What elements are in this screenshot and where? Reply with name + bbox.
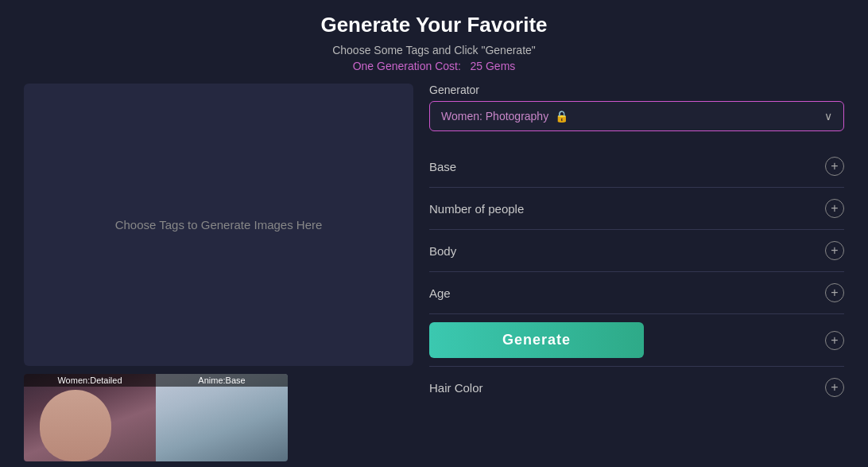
thumbnail-row: Women:Detailed Anime:Base: [24, 374, 288, 461]
section-base[interactable]: Base +: [429, 146, 844, 188]
thumbnail-women[interactable]: Women:Detailed: [24, 374, 156, 461]
section-body[interactable]: Body +: [429, 230, 844, 272]
generation-cost: One Generation Cost: 25 Gems: [353, 60, 516, 72]
plus-icon-base: +: [825, 157, 844, 176]
main-content: Choose Tags to Generate Images Here Wome…: [0, 84, 868, 467]
generate-row: Generate +: [429, 314, 844, 367]
section-age-label: Age: [429, 286, 451, 300]
page-title: Generate Your Favorite: [320, 13, 547, 37]
generate-button[interactable]: Generate: [429, 322, 644, 358]
lock-icon: 🔒: [555, 110, 568, 123]
thumbnail-anime[interactable]: Anime:Base: [156, 374, 288, 461]
right-panel: Generator Women: Photography 🔒 ∨ Base + …: [429, 84, 844, 467]
image-area: Choose Tags to Generate Images Here: [24, 84, 413, 366]
cost-label: One Generation Cost:: [353, 60, 461, 72]
section-age[interactable]: Age +: [429, 272, 844, 314]
generator-select-left: Women: Photography 🔒: [441, 110, 568, 123]
section-number-label: Number of people: [429, 202, 524, 216]
thumbnail-women-label: Women:Detailed: [24, 374, 156, 387]
plus-icon-generate: +: [825, 331, 844, 350]
section-hair-color[interactable]: Hair Color +: [429, 367, 844, 408]
cost-value: 25 Gems: [471, 60, 516, 72]
page-subtitle: Choose Some Tags and Click "Generate": [332, 44, 536, 56]
plus-icon-age: +: [825, 283, 844, 302]
image-placeholder-text: Choose Tags to Generate Images Here: [115, 218, 323, 232]
thumbnail-anime-label: Anime:Base: [156, 374, 288, 387]
left-panel: Choose Tags to Generate Images Here Wome…: [24, 84, 413, 467]
plus-icon-hair: +: [825, 378, 844, 397]
section-hair-label: Hair Color: [429, 381, 483, 395]
generator-value: Women: Photography: [441, 110, 548, 123]
plus-icon-number: +: [825, 199, 844, 218]
chevron-down-icon: ∨: [824, 110, 832, 123]
section-number-of-people[interactable]: Number of people +: [429, 188, 844, 230]
generator-label: Generator: [429, 84, 844, 96]
generator-select[interactable]: Women: Photography 🔒 ∨: [429, 101, 844, 131]
section-body-label: Body: [429, 244, 456, 258]
plus-icon-body: +: [825, 241, 844, 260]
section-base-label: Base: [429, 160, 456, 173]
